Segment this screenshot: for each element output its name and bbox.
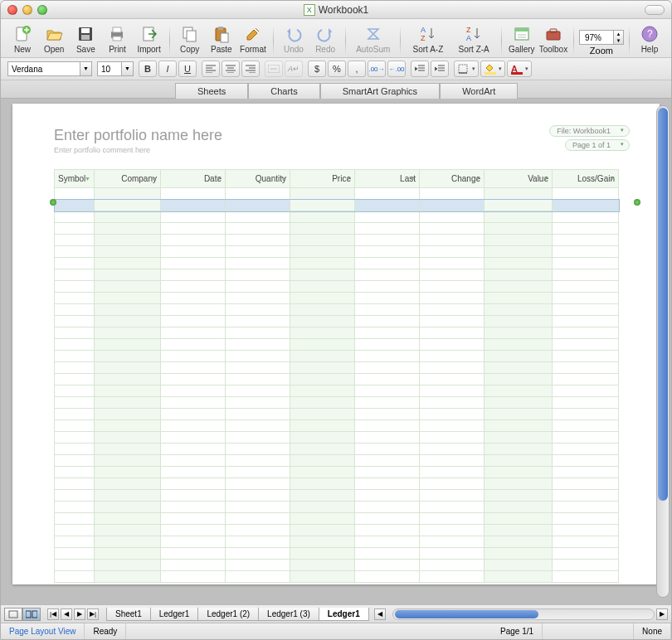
cell[interactable] (95, 490, 161, 502)
top-tab-wordart[interactable]: WordArt (440, 83, 518, 99)
cell[interactable] (161, 444, 226, 455)
copy-button[interactable]: Copy (175, 22, 205, 56)
cell[interactable] (553, 548, 619, 560)
cell[interactable] (226, 467, 290, 478)
cell[interactable] (485, 188, 553, 200)
cell[interactable] (161, 420, 226, 432)
import-button[interactable]: Import (134, 22, 164, 56)
sheet-tab-2[interactable]: Ledger1 (2) (197, 608, 259, 621)
cell[interactable] (226, 339, 290, 351)
cell[interactable] (485, 351, 553, 362)
cell[interactable] (95, 235, 161, 246)
cell[interactable] (226, 211, 290, 223)
cell[interactable] (553, 362, 619, 374)
cell[interactable] (290, 513, 355, 525)
cell[interactable] (290, 467, 355, 478)
cell[interactable] (553, 246, 619, 258)
cell[interactable] (290, 478, 355, 490)
cell[interactable] (95, 571, 161, 583)
cell[interactable] (226, 409, 290, 420)
currency-button[interactable]: $ (308, 61, 326, 77)
cell[interactable] (553, 327, 619, 339)
cell[interactable] (95, 304, 161, 316)
cell[interactable] (55, 374, 95, 385)
cell[interactable] (226, 525, 290, 536)
cell[interactable] (95, 478, 161, 490)
cell[interactable] (355, 432, 420, 444)
cell[interactable] (161, 188, 226, 200)
cell[interactable] (485, 560, 553, 571)
cell[interactable] (420, 316, 485, 327)
ledger-grid[interactable]: Symbol▼Company▼Date▼Quantity▼Price▼Last▼… (54, 169, 619, 583)
cell[interactable] (553, 374, 619, 385)
cell[interactable] (485, 409, 553, 420)
cell[interactable] (355, 409, 420, 420)
cell[interactable] (55, 188, 95, 200)
cell[interactable] (355, 235, 420, 246)
cell[interactable] (485, 478, 553, 490)
cell[interactable] (226, 571, 290, 583)
col-header-price[interactable]: Price▼ (290, 170, 355, 188)
cell[interactable] (355, 362, 420, 374)
cell[interactable] (226, 351, 290, 362)
sheet-tab-3[interactable]: Ledger1 (3) (258, 608, 319, 621)
align-center-button[interactable] (222, 61, 240, 77)
cell[interactable] (420, 490, 485, 502)
decrease-indent-button[interactable] (411, 61, 429, 77)
cell[interactable] (420, 478, 485, 490)
cell[interactable] (355, 560, 420, 571)
cell[interactable] (420, 502, 485, 513)
cell[interactable] (553, 188, 619, 200)
cell[interactable] (226, 293, 290, 304)
cell[interactable] (420, 200, 485, 211)
cell[interactable] (161, 455, 226, 467)
cell[interactable] (55, 560, 95, 571)
cell[interactable] (553, 571, 619, 583)
col-header-date[interactable]: Date▼ (161, 170, 226, 188)
cell[interactable] (161, 223, 226, 235)
cell[interactable] (95, 385, 161, 397)
filter-icon[interactable]: ▼ (85, 176, 90, 182)
format-button[interactable]: Format (238, 22, 268, 56)
top-tab-sheets[interactable]: Sheets (175, 83, 248, 99)
cell[interactable] (161, 246, 226, 258)
cell[interactable] (95, 246, 161, 258)
cell[interactable] (420, 223, 485, 235)
cell[interactable] (226, 513, 290, 525)
cell[interactable] (95, 293, 161, 304)
cell[interactable] (95, 513, 161, 525)
cell[interactable] (420, 455, 485, 467)
col-header-lossgain[interactable]: Loss/Gain▼ (553, 170, 619, 188)
cell[interactable] (355, 246, 420, 258)
cell[interactable] (55, 327, 95, 339)
cell[interactable] (485, 258, 553, 269)
cell[interactable] (355, 513, 420, 525)
italic-button[interactable]: I (158, 61, 177, 77)
cell[interactable] (420, 444, 485, 455)
cell[interactable] (290, 258, 355, 269)
cell[interactable] (55, 548, 95, 560)
cell[interactable] (485, 490, 553, 502)
print-button[interactable]: Print (102, 22, 132, 56)
vertical-scrollbar[interactable] (656, 105, 670, 598)
font-color-button[interactable]: A (507, 61, 532, 77)
cell[interactable] (420, 351, 485, 362)
cell[interactable] (485, 548, 553, 560)
cell[interactable] (290, 211, 355, 223)
cell[interactable] (226, 362, 290, 374)
cell[interactable] (55, 525, 95, 536)
cell[interactable] (226, 188, 290, 200)
cell[interactable] (290, 560, 355, 571)
cell[interactable] (290, 293, 355, 304)
cell[interactable] (95, 362, 161, 374)
cell[interactable] (161, 316, 226, 327)
filter-icon[interactable]: ▼ (543, 176, 548, 182)
cell[interactable] (420, 536, 485, 548)
comma-button[interactable]: , (348, 61, 366, 77)
font-size-dropdown[interactable]: ▼ (122, 61, 134, 76)
cell[interactable] (290, 420, 355, 432)
cell[interactable] (420, 327, 485, 339)
cell[interactable] (226, 304, 290, 316)
cell[interactable] (95, 200, 161, 211)
cell[interactable] (55, 235, 95, 246)
